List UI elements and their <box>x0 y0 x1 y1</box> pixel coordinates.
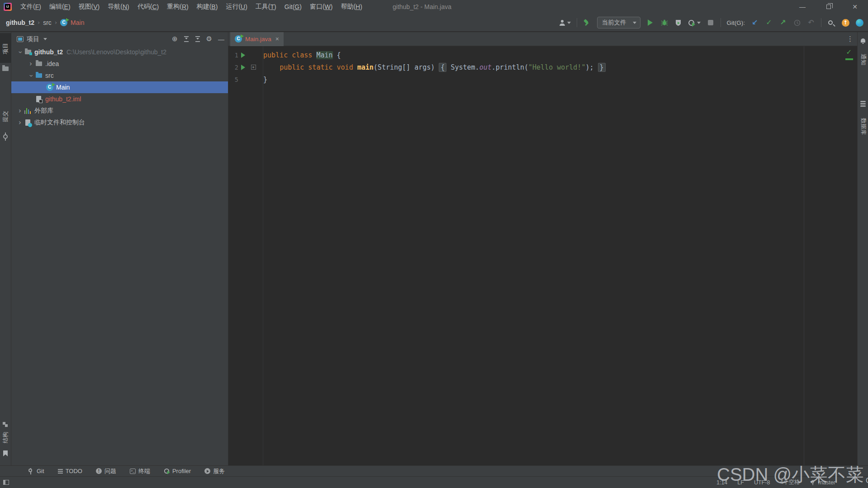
menu-item[interactable]: 帮助(H) <box>337 0 366 14</box>
menu-item[interactable]: 构建(B) <box>193 0 222 14</box>
breadcrumb-project[interactable]: github_t2 <box>6 19 34 26</box>
debug-button[interactable] <box>660 17 669 28</box>
ide-updates-button[interactable]: ↑ <box>841 17 849 28</box>
menu-item[interactable]: 视图(V) <box>75 0 104 14</box>
code-line[interactable]: 5} <box>228 73 857 85</box>
code-line[interactable]: 2+ public static void main(String[] args… <box>228 61 857 73</box>
chevron-right-icon[interactable]: › <box>16 108 24 114</box>
locate-file-button[interactable]: ⊕ <box>172 36 178 43</box>
bottom-tab-todo[interactable]: TODO <box>58 466 82 476</box>
chevron-down-icon <box>633 22 636 24</box>
tree-row[interactable]: ›外部库 <box>11 105 228 117</box>
menu-item[interactable]: 代码(C) <box>133 0 163 14</box>
run-arrow-icon <box>241 65 245 70</box>
update-project-button[interactable]: ↙ <box>751 17 759 28</box>
chevron-right-icon[interactable]: › <box>16 119 24 126</box>
commit-button[interactable]: ✓ <box>765 17 773 28</box>
menu-item[interactable]: 编辑(E) <box>45 0 75 14</box>
menu-item[interactable]: 文件(F) <box>16 0 45 14</box>
plugin-button[interactable] <box>855 17 863 28</box>
bell-icon[interactable] <box>860 38 866 44</box>
run-with-coverage-button[interactable] <box>674 17 683 28</box>
tab-main-java[interactable]: C Main.java × <box>230 32 284 46</box>
rollback-button[interactable]: ↶ <box>807 17 815 28</box>
hide-panel-button[interactable]: — <box>218 36 224 43</box>
menu-item[interactable]: 导航(N) <box>104 0 133 14</box>
stop-button[interactable] <box>707 17 715 28</box>
bottom-tab-服务[interactable]: 服务 <box>204 466 225 476</box>
src-folder-icon <box>36 73 42 78</box>
bottom-tab-终端[interactable]: >_终端 <box>130 466 150 476</box>
stripe-tab-structure[interactable]: 结构 <box>2 432 9 443</box>
database-icon[interactable] <box>860 101 866 102</box>
git-label: Git(G): <box>727 19 745 26</box>
push-button[interactable]: ↗ <box>779 17 787 28</box>
run-button[interactable] <box>646 17 655 28</box>
profiler-button[interactable] <box>688 17 701 28</box>
user-account-button[interactable] <box>559 17 571 28</box>
stripe-tab-database[interactable]: 数据库 <box>859 118 867 135</box>
status-master[interactable]: master <box>810 479 835 486</box>
project-panel-title[interactable]: 项目 <box>27 35 39 43</box>
breadcrumb-src[interactable]: src <box>43 19 52 26</box>
tree-row[interactable]: CMain <box>11 81 228 93</box>
todo-icon <box>58 469 63 470</box>
fold-toggle[interactable]: + <box>247 65 259 70</box>
tool-window-layout-icon[interactable] <box>3 480 9 485</box>
settings-gear-icon[interactable]: ⚙ <box>206 36 212 43</box>
chevron-right-icon[interactable]: › <box>27 61 35 67</box>
history-button[interactable] <box>793 17 801 28</box>
menu-item[interactable]: 窗口(W) <box>306 0 337 14</box>
close-button[interactable]: ✕ <box>842 0 868 14</box>
chevron-down-icon[interactable]: › <box>28 71 34 80</box>
search-everywhere-button[interactable] <box>827 17 835 28</box>
project-panel-header: 项目 ⊕ ⚙ — <box>11 32 228 46</box>
tree-row[interactable]: ›github_t2C:\Users\Lenovo\Desktop\github… <box>11 46 228 58</box>
run-config-selector[interactable]: 当前文件 <box>597 17 640 28</box>
expand-all-button[interactable] <box>184 36 189 42</box>
tree-row[interactable]: github_t2.iml <box>11 93 228 105</box>
run-gutter-button[interactable] <box>238 65 247 70</box>
commit-node-icon[interactable] <box>3 134 8 139</box>
stripe-tab-notifications[interactable]: 通知 <box>859 54 867 65</box>
status-4个空格[interactable]: 4个空格 <box>780 479 800 486</box>
breadcrumb-main[interactable]: Main <box>71 19 84 26</box>
stripe-tab-commit[interactable]: 提交 <box>2 111 9 122</box>
tree-row[interactable]: ›临时文件和控制台 <box>11 117 228 128</box>
class-icon: C <box>235 35 242 43</box>
chevron-down-icon[interactable] <box>43 38 47 40</box>
tree-item-label: 临时文件和控制台 <box>34 118 85 127</box>
run-gutter-button[interactable] <box>238 52 247 58</box>
chevron-down-icon[interactable]: › <box>17 48 24 56</box>
status-UTF-8[interactable]: UTF-8 <box>754 479 770 486</box>
menu-item[interactable]: 运行(U) <box>222 0 251 14</box>
tree-row[interactable]: ›.idea <box>11 58 228 70</box>
code-area[interactable]: 1public class Main {2+ public static voi… <box>228 46 857 465</box>
folder-icon[interactable] <box>2 66 9 71</box>
tree-row[interactable]: ›src <box>11 70 228 81</box>
minimize-button[interactable]: — <box>789 0 816 14</box>
build-button[interactable] <box>583 17 591 28</box>
menu-item[interactable]: 重构(R) <box>163 0 192 14</box>
status-1:14[interactable]: 1:14 <box>716 479 727 486</box>
stripe-tab-project[interactable]: 项目 <box>2 43 9 54</box>
editor-options-icon[interactable]: ⋮ <box>847 35 854 43</box>
code-line[interactable]: 1public class Main { <box>228 49 857 61</box>
menu-item[interactable]: Git(G) <box>280 0 306 14</box>
restore-button[interactable] <box>816 0 842 14</box>
bottom-tab-git[interactable]: Git <box>28 466 44 476</box>
tree-item-label: github_t2 <box>34 48 63 56</box>
libs-icon <box>24 108 31 114</box>
status-LF[interactable]: LF <box>737 479 744 486</box>
coverage-shield-icon <box>675 19 682 26</box>
close-icon[interactable]: × <box>275 35 279 43</box>
bottom-tab-profiler[interactable]: Profiler <box>164 466 191 476</box>
inspection-ok-icon[interactable]: ✓ <box>846 48 852 56</box>
tab-label: Main.java <box>245 36 271 43</box>
bottom-tab-问题[interactable]: !问题 <box>96 466 116 476</box>
menu-item[interactable]: 工具(T) <box>251 0 280 14</box>
structure-icon[interactable] <box>3 422 5 425</box>
right-margin-guide <box>804 46 804 465</box>
collapse-all-button[interactable] <box>195 36 200 42</box>
bookmark-icon[interactable] <box>3 450 8 456</box>
